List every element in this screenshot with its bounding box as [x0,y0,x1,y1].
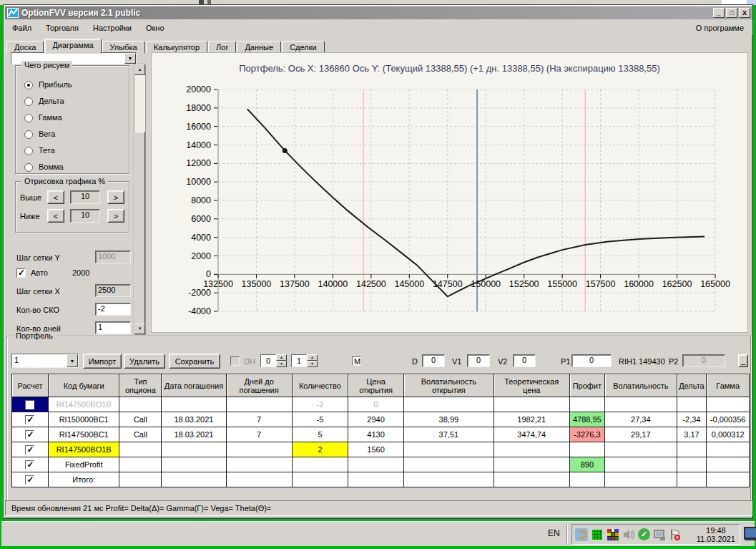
column-header[interactable]: Расчет [12,374,49,397]
maximize-button[interactable]: □ [726,8,737,18]
row-checkbox[interactable] [25,460,34,470]
radio-delta[interactable]: Дельта [24,97,64,108]
radio-vomma[interactable]: Вомма [24,162,64,174]
spinner-value: 0 [260,354,276,367]
left-panel-scrollbar[interactable]: ▲ ▼ [134,64,146,335]
radio-profit[interactable]: Прибыль [24,80,72,92]
p1-input[interactable]: 0 [571,354,612,367]
calc-checkbox-cell[interactable] [12,397,49,412]
column-header[interactable]: Код бумаги [48,374,119,397]
table-row[interactable]: Итого: [12,472,750,487]
column-header[interactable]: Профит [569,374,605,397]
dh-spinner-1[interactable]: 0 ▲▼ [260,354,287,367]
save-button[interactable]: Сохранить [169,354,220,369]
column-header[interactable]: Волатильность [605,374,677,397]
auto-checkbox[interactable] [16,268,26,278]
radio-theta[interactable]: Тета [24,146,55,157]
spin-down-icon[interactable]: ▼ [307,361,318,367]
menu-trading[interactable]: Торговля [39,21,86,34]
below-value[interactable]: 10 [70,209,100,223]
green-grid-icon[interactable] [592,530,602,540]
column-header[interactable]: Цена открытия [348,374,404,397]
calc-checkbox-cell[interactable] [12,457,49,472]
speaker-icon[interactable] [622,528,635,541]
column-header[interactable]: Дельта [677,374,707,397]
taskbar[interactable]: EN ✓ 19:48 11.03.2021 [1,521,755,546]
column-header[interactable]: Гамма [707,374,750,397]
row-checkbox[interactable] [25,475,34,485]
table-row[interactable]: RI147500BO1B21560 [12,442,750,457]
column-header[interactable]: Количество [292,374,348,397]
clock-date: 11.03.2021 [697,535,735,543]
network-device-icon[interactable] [653,528,666,541]
rubiks-cube-icon[interactable] [607,529,619,540]
menu-about[interactable]: О программе [696,24,752,32]
spin-down-icon[interactable]: ▼ [276,361,287,367]
import-button[interactable]: Импорт [83,354,122,369]
chevron-down-icon[interactable]: ▼ [124,53,136,64]
table-cell: 18.03.2021 [162,412,226,427]
offline-flag-icon[interactable] [669,528,682,541]
scrollbar-thumb[interactable] [134,132,145,324]
row-checkbox[interactable] [25,430,34,439]
column-header[interactable]: Дней до погашения [226,374,292,397]
portfolio-selector[interactable]: 1 ▼ [11,354,79,368]
grid-step-y-input[interactable]: 1000 [95,251,131,263]
delete-button[interactable]: Удалить [124,354,165,369]
column-header[interactable]: Дата погашения [162,374,226,397]
dh-checkbox[interactable] [230,356,240,366]
sko-count-input[interactable]: -2 [95,303,131,316]
row-checkbox[interactable] [25,415,34,424]
column-header[interactable]: Волатильность открытия [403,374,494,397]
table-row[interactable]: RI150000BC1Call18.03.20217-5294038,99198… [12,412,750,427]
column-header[interactable]: Теоретическая цена [494,374,569,397]
update-ok-icon[interactable]: ✓ [638,528,650,540]
above-value[interactable]: 10 [70,190,100,204]
minimize-button[interactable]: _ [713,8,725,18]
calc-checkbox-cell[interactable] [12,472,49,487]
close-button[interactable]: X [739,8,750,18]
v1-input[interactable]: 0 [467,354,490,367]
calc-checkbox-cell[interactable] [12,412,49,427]
days-count-input[interactable]: 1 [95,321,131,334]
row-checkbox[interactable] [25,445,34,455]
tray-clock[interactable]: 19:48 11.03.2021 [697,526,737,543]
radio-vega[interactable]: Вега [24,130,55,141]
table-cell [605,397,677,412]
row-checkbox[interactable] [25,400,34,409]
below-decrease-button[interactable]: < [47,209,64,223]
column-header[interactable]: Тип опциона [119,374,162,397]
scroll-up-icon[interactable]: ▲ [134,64,145,75]
table-row[interactable]: RI147500BO1B-20 [12,397,750,412]
tab-diagramma[interactable]: Диаграмма [44,39,101,54]
taskbar-divider [566,525,568,543]
calc-checkbox-cell[interactable] [12,442,49,457]
menu-file[interactable]: Файл [5,21,39,34]
menu-window[interactable]: Окно [139,21,172,34]
table-cell [569,472,605,487]
title-bar[interactable]: OptionFVV версия 2.1 public _ □ X [5,6,752,19]
v2-input[interactable]: 0 [513,354,536,367]
p2-input[interactable]: 0 [682,354,725,367]
spin-up-icon[interactable]: ▲ [276,354,287,361]
show-desktop-icon[interactable] [744,527,756,539]
program-icon[interactable] [575,528,588,541]
above-decrease-button[interactable]: < [47,190,64,204]
below-increase-button[interactable]: > [107,209,124,223]
chart-panel: Портфель: Ось X: 136860 Ось Y: (Текущий … [151,52,748,333]
scroll-down-icon[interactable]: ▼ [134,324,145,334]
above-increase-button[interactable]: > [107,190,124,204]
radio-gamma[interactable]: Гамма [24,113,62,125]
table-cell: 0,000312 [707,427,750,442]
table-row[interactable]: RI147500BC1Call18.03.202175413037,513474… [12,427,750,442]
language-indicator[interactable]: EN [548,528,560,538]
menu-settings[interactable]: Настройки [86,21,139,34]
chevron-down-icon[interactable]: ▼ [67,354,78,367]
d-input[interactable]: 0 [422,354,445,367]
collapse-button[interactable]: _ [738,354,748,367]
dh-spinner-2[interactable]: 1 ▲▼ [291,354,318,367]
table-row[interactable]: FixedProfit890 [12,457,750,472]
grid-step-x-input[interactable]: 2500 [95,284,131,297]
calc-checkbox-cell[interactable] [12,427,49,442]
spin-up-icon[interactable]: ▲ [307,354,318,361]
